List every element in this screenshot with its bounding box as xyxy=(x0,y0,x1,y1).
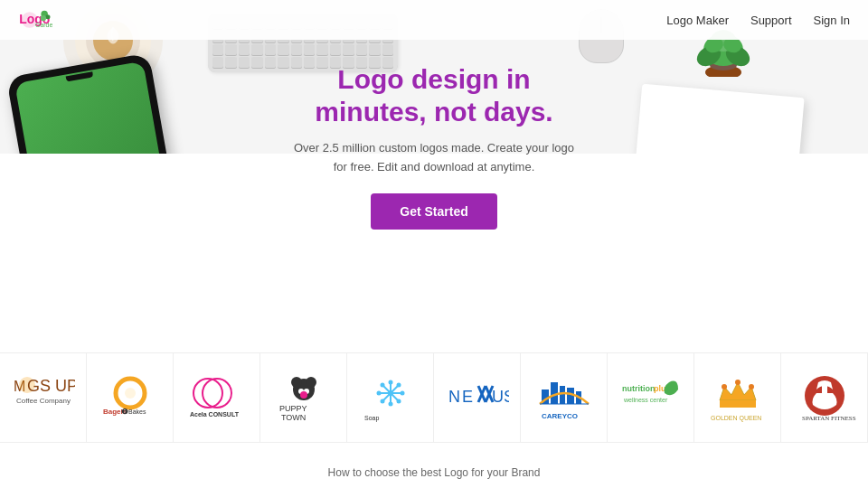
puppy-town-logo-icon: PUPPY TOWN xyxy=(272,373,335,423)
svg-point-80 xyxy=(749,384,754,389)
svg-point-54 xyxy=(400,390,404,395)
svg-point-79 xyxy=(735,380,741,385)
bottom-hint: How to choose the best Logo for your Bra… xyxy=(328,466,541,479)
svg-text:TOWN: TOWN xyxy=(281,413,306,422)
list-item: NE US xyxy=(434,352,521,443)
careyco-logo: CAREYCO xyxy=(533,371,596,425)
svg-point-78 xyxy=(722,384,727,389)
svg-text:US: US xyxy=(492,388,509,406)
phone-screen: Valure Destinations xyxy=(14,61,184,154)
hero-title: Logo design in minutes, not days. xyxy=(289,63,579,128)
nav-logo-maker[interactable]: Logo Maker xyxy=(666,14,729,27)
svg-text:Authority: Authority xyxy=(364,422,390,423)
svg-point-32 xyxy=(125,388,136,399)
get-started-button[interactable]: Get Started xyxy=(371,193,496,230)
svg-point-56 xyxy=(396,382,401,387)
list-item: PUPPY TOWN xyxy=(260,352,347,443)
list-item: SPARTAN FITNESS xyxy=(781,352,868,443)
svg-point-3 xyxy=(45,14,50,19)
spartan-fitness-logo-icon: SPARTAN FITNESS xyxy=(793,373,856,423)
list-item: nutrition plus wellness center xyxy=(608,352,694,443)
list-item: Acela CONSULT xyxy=(174,352,260,443)
nutrition-plus-logo-icon: nutrition plus wellness center xyxy=(619,373,683,423)
puppy-town-logo: PUPPY TOWN xyxy=(272,371,335,425)
hero-subtitle: Over 2.5 million custom logos made. Crea… xyxy=(289,139,579,177)
svg-text:wellness center: wellness center xyxy=(623,397,668,403)
nav-links: Logo Maker Support Sign In xyxy=(666,14,850,27)
logo-garden-icon: Logo Garden xyxy=(18,5,52,34)
golden-queen-logo-icon: GOLDEN QUEEN xyxy=(706,373,769,423)
svg-text:PUPPY: PUPPY xyxy=(279,404,307,413)
svg-point-43 xyxy=(300,391,307,399)
svg-point-53 xyxy=(376,390,381,395)
mugs-up-logo: M GS UP Coffee Company xyxy=(12,371,75,425)
svg-rect-70 xyxy=(567,388,574,404)
spartan-fitness-logo: SPARTAN FITNESS xyxy=(793,371,856,425)
svg-text:SPARTAN FITNESS: SPARTAN FITNESS xyxy=(802,415,856,422)
list-item: Soap Authority xyxy=(347,352,434,443)
logo-strip-inner: M GS UP Coffee Company Bagels 🅑Bakes xyxy=(0,352,868,443)
svg-point-39 xyxy=(291,377,302,388)
svg-point-57 xyxy=(380,399,384,403)
svg-text:NE: NE xyxy=(448,388,475,406)
acela-consult-logo: Acela CONSULT xyxy=(185,371,249,425)
svg-point-55 xyxy=(380,382,384,387)
golden-queen-logo: GOLDEN QUEEN xyxy=(706,371,769,425)
careyco-logo-icon: CAREYCO xyxy=(533,373,596,423)
svg-text:Acela CONSULT: Acela CONSULT xyxy=(190,411,240,418)
nexxus-logo: NE US xyxy=(446,371,509,425)
nutrition-plus-logo: nutrition plus wellness center xyxy=(619,371,683,425)
svg-text:CAREYCO: CAREYCO xyxy=(542,412,578,420)
notebook-content: Valure Destinations xyxy=(658,144,770,154)
nav-sign-in[interactable]: Sign In xyxy=(814,14,850,27)
hero-content: Logo design in minutes, not days. Over 2… xyxy=(289,63,579,230)
list-item: GOLDEN QUEEN xyxy=(694,352,781,443)
nexxus-logo-icon: NE US xyxy=(446,373,509,423)
svg-point-40 xyxy=(306,377,316,388)
svg-text:Soap: Soap xyxy=(364,415,379,422)
svg-text:Garden: Garden xyxy=(35,22,52,28)
svg-point-52 xyxy=(388,401,392,406)
list-item: Bagels 🅑Bakes xyxy=(87,352,174,443)
svg-point-58 xyxy=(396,399,401,403)
svg-text:🅑Bakes: 🅑Bakes xyxy=(121,408,146,415)
acela-consult-logo-icon: Acela CONSULT xyxy=(185,373,249,423)
list-item: CAREYCO xyxy=(521,352,608,443)
mugs-up-logo-icon: M GS UP Coffee Company xyxy=(12,373,75,423)
svg-text:nutrition: nutrition xyxy=(622,384,656,393)
svg-text:Coffee Company: Coffee Company xyxy=(16,397,71,405)
notebook-mockup: Valure Destinations xyxy=(624,84,804,154)
logo-strip: M GS UP Coffee Company Bagels 🅑Bakes xyxy=(0,352,868,443)
bagels-bakes-logo: Bagels 🅑Bakes xyxy=(99,371,162,425)
phone-mockup: Valure Destinations xyxy=(6,52,193,154)
bagels-bakes-logo-icon: Bagels 🅑Bakes xyxy=(99,373,162,423)
svg-text:GOLDEN QUEEN: GOLDEN QUEEN xyxy=(711,415,761,422)
list-item: M GS UP Coffee Company xyxy=(0,352,87,443)
svg-point-51 xyxy=(388,380,392,384)
navbar: Logo Garden Logo Maker Support Sign In xyxy=(0,0,868,40)
nav-support[interactable]: Support xyxy=(750,14,792,27)
svg-text:GS UP: GS UP xyxy=(27,377,75,395)
site-logo[interactable]: Logo Garden xyxy=(18,5,52,34)
svg-rect-69 xyxy=(560,386,565,404)
svg-rect-77 xyxy=(720,400,756,408)
soap-authority-logo: Soap Authority xyxy=(359,371,422,425)
soap-authority-logo-icon: Soap Authority xyxy=(359,373,422,423)
svg-point-4 xyxy=(41,15,46,21)
